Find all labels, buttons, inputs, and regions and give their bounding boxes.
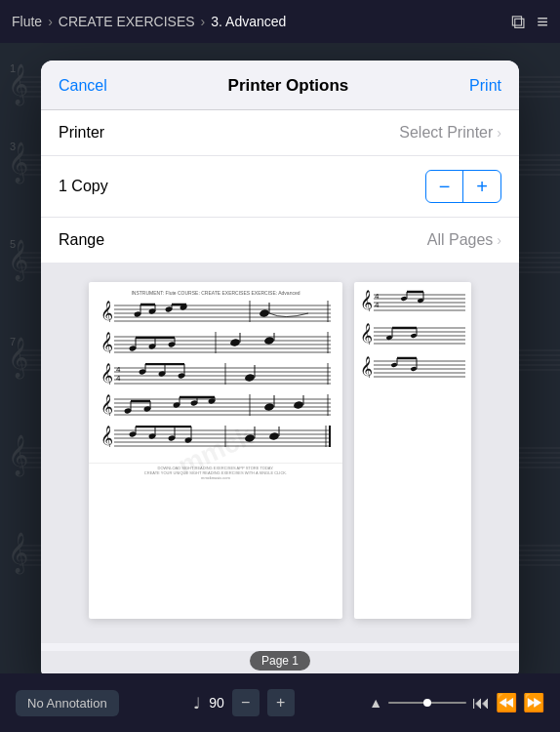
staff-row-3: 𝄞 4 4 <box>99 363 333 385</box>
decrement-copy-button[interactable]: − <box>426 171 463 202</box>
copies-option-row: 1 Copy − + <box>41 156 519 218</box>
range-value[interactable]: All Pages › <box>427 231 501 249</box>
breadcrumb-sep-2: › <box>201 14 206 29</box>
svg-point-172 <box>411 366 418 371</box>
breadcrumb-create-exercises[interactable]: CREATE EXERCISES <box>59 14 195 29</box>
staff-row-2: 𝄞 <box>99 332 333 353</box>
annotation-selector[interactable]: No Annotation <box>16 690 119 716</box>
menu-icon[interactable]: ≡ <box>537 11 548 33</box>
page-label-container: Page 1 <box>41 651 519 673</box>
staff-row-4: 𝄞 <box>99 394 333 416</box>
playhead-icon: ▲ <box>369 695 382 711</box>
svg-point-116 <box>293 400 303 409</box>
increment-copy-button[interactable]: + <box>463 171 500 202</box>
skip-to-start-button[interactable]: ⏮ <box>472 693 490 713</box>
svg-text:𝄞: 𝄞 <box>100 301 113 322</box>
breadcrumb-advanced[interactable]: 3. Advanced <box>211 14 286 29</box>
breadcrumb-flute[interactable]: Flute <box>12 14 42 29</box>
fast-forward-button[interactable]: ⏩ <box>523 692 544 713</box>
svg-point-92 <box>244 373 255 382</box>
svg-text:4: 4 <box>116 365 121 374</box>
svg-text:𝄞: 𝄞 <box>100 426 113 447</box>
breadcrumb: Flute › CREATE EXERCISES › 3. Advanced <box>12 14 503 29</box>
slider-thumb <box>423 699 431 707</box>
svg-point-148 <box>401 296 408 301</box>
svg-text:𝄞: 𝄞 <box>360 356 373 378</box>
page-preview-main: INSTRUMENT: Flute COURSE: CREATE EXERCIS… <box>89 282 342 619</box>
print-button[interactable]: Print <box>469 77 501 95</box>
options-section: Printer Select Printer › 1 Copy − + <box>41 110 519 263</box>
secondary-preview-content: 𝄞 4 4 <box>354 282 471 386</box>
printer-label: Printer <box>59 124 104 142</box>
tempo-increment-button[interactable]: + <box>267 689 295 716</box>
tempo-decrement-button[interactable]: − <box>232 689 260 716</box>
svg-point-114 <box>263 402 274 411</box>
svg-point-136 <box>244 433 255 442</box>
svg-point-71 <box>229 338 240 346</box>
printer-chevron-icon: › <box>497 125 501 141</box>
svg-text:𝄞: 𝄞 <box>100 332 113 353</box>
rewind-button[interactable]: ⏪ <box>496 692 517 713</box>
range-value-text: All Pages <box>427 231 494 249</box>
cancel-button[interactable]: Cancel <box>59 77 107 95</box>
svg-text:4: 4 <box>375 301 380 309</box>
staff-row-5: 𝄞 <box>99 426 333 447</box>
printer-option-row[interactable]: Printer Select Printer › <box>41 110 519 156</box>
top-navigation-bar: Flute › CREATE EXERCISES › 3. Advanced ⧉… <box>0 0 560 43</box>
preview-footer-text: DOWNLOAD SIGHT READING EXERCISES APP STO… <box>89 463 342 482</box>
playback-slider[interactable] <box>388 702 466 704</box>
tempo-value: 90 <box>209 695 224 711</box>
page-label: Page 1 <box>250 651 310 671</box>
folder-icon[interactable]: ⧉ <box>511 11 525 33</box>
printer-value[interactable]: Select Printer › <box>399 124 501 142</box>
svg-text:𝄞: 𝄞 <box>100 363 113 385</box>
range-chevron-icon: › <box>497 232 501 248</box>
secondary-staff-3: 𝄞 <box>360 356 465 378</box>
range-option-row[interactable]: Range All Pages › <box>41 218 519 263</box>
svg-text:𝄞: 𝄞 <box>360 323 373 345</box>
svg-point-54 <box>259 308 269 317</box>
page-preview-secondary: 𝄞 4 4 <box>354 282 471 619</box>
svg-point-138 <box>268 431 279 440</box>
svg-text:4: 4 <box>375 292 380 301</box>
svg-point-161 <box>411 333 418 338</box>
playback-controls: ▲ ⏮ ⏪ ⏩ <box>369 692 544 713</box>
secondary-staff-2: 𝄞 <box>360 323 465 345</box>
modal-overlay: Cancel Printer Options Print Printer Sel… <box>0 43 560 673</box>
printer-value-text: Select Printer <box>399 124 493 142</box>
dialog-title: Printer Options <box>228 76 349 96</box>
svg-text:4: 4 <box>116 374 121 383</box>
main-content-area: 1 𝄞 3 <box>0 43 560 673</box>
range-label: Range <box>59 231 104 249</box>
print-preview-area: INSTRUMENT: Flute COURSE: CREATE EXERCIS… <box>41 263 519 643</box>
bottom-toolbar: No Annotation ♩ 90 − + ▲ ⏮ ⏪ ⏩ <box>0 673 560 732</box>
printer-options-dialog: Cancel Printer Options Print Printer Sel… <box>41 61 519 673</box>
breadcrumb-sep-1: › <box>48 14 53 29</box>
copy-stepper: − + <box>425 170 501 203</box>
top-bar-actions: ⧉ ≡ <box>511 11 548 33</box>
svg-point-170 <box>391 362 398 367</box>
svg-text:𝄞: 𝄞 <box>360 290 373 311</box>
svg-text:𝄞: 𝄞 <box>100 394 113 416</box>
copies-label: 1 Copy <box>59 178 108 195</box>
dialog-header: Cancel Printer Options Print <box>41 61 519 110</box>
svg-point-73 <box>263 336 274 345</box>
staff-info-text: INSTRUMENT: Flute COURSE: CREATE EXERCIS… <box>99 290 333 296</box>
tempo-section: ♩ 90 − + <box>193 689 295 716</box>
secondary-staff-1: 𝄞 4 4 <box>360 290 465 311</box>
preview-content: INSTRUMENT: Flute COURSE: CREATE EXERCIS… <box>89 282 342 461</box>
staff-row-1: 𝄞 <box>99 301 333 322</box>
note-icon: ♩ <box>193 694 201 712</box>
